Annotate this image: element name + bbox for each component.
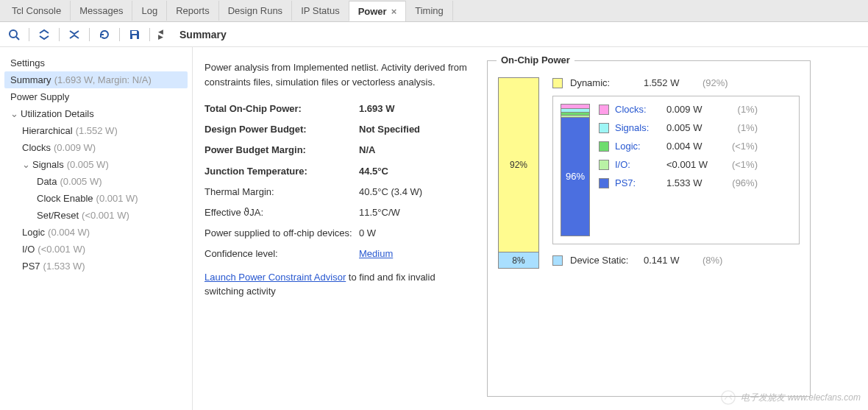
tree-item-i-o[interactable]: I/O (<0.001 W) [4,241,188,258]
collapse-all-icon[interactable] [35,25,54,44]
dynamic-breakdown-box: 96% Clocks:0.009 W(1%)Signals:0.005 W(1%… [552,96,800,244]
tree-item-signals[interactable]: ⌄Signals (0.005 W) [4,156,188,173]
bottom-tabstrip: Tcl ConsoleMessagesLogReportsDesign Runs… [0,0,868,22]
summary-row: Thermal Margin:40.5°C (3.4 W) [204,185,469,199]
tab-tcl-console[interactable]: Tcl Console [3,1,71,21]
legend-link[interactable]: Logic: [615,141,661,152]
summary-value: 44.5°C [359,165,388,178]
chart-title: On-Chip Power [497,54,574,66]
swatch-icon [599,141,609,152]
search-icon[interactable] [4,25,24,44]
summary-value: 0 W [359,227,376,240]
power-tree-sidebar: SettingsSummary (1.693 W, Margin: N/A)Po… [0,47,193,410]
bar-segment-static: 8% [499,252,538,268]
reload-icon[interactable] [95,25,114,44]
launch-advisor-link[interactable]: Launch Power Constraint Advisor [204,272,346,283]
tree-item-clocks[interactable]: Clocks (0.009 W) [4,139,188,156]
summary-row: Effective ϑJA:11.5°C/W [204,206,469,219]
summary-row: Power supplied to off-chip devices:0 W [204,227,469,240]
summary-row: Junction Temperature:44.5°C [204,165,469,178]
svg-rect-2 [132,31,137,34]
separator [119,28,120,41]
legend-row-io: I/O:<0.001 W(<1%) [599,159,791,170]
swatch-icon [599,160,609,170]
confidence-level-link[interactable]: Medium [359,247,393,261]
summary-value: N/A [359,144,375,157]
bar-segment-dynamic: 92% [499,78,538,252]
separator [89,28,90,41]
tree-item-set-reset[interactable]: Set/Reset (<0.001 W) [4,207,188,224]
legend-link[interactable]: PS7: [615,177,661,188]
summary-row: Total On-Chip Power:1.693 W [204,102,469,116]
legend-link[interactable]: Clocks: [615,104,661,115]
summary-row: Confidence level:Medium [204,247,469,261]
swatch-icon [599,105,609,115]
svg-point-5 [730,395,732,396]
tab-design-runs[interactable]: Design Runs [219,1,292,21]
tab-ip-status[interactable]: IP Status [292,1,349,21]
tree-item-ps7[interactable]: PS7 (1.533 W) [4,258,188,275]
summary-value: 40.5°C (3.4 W) [359,185,422,199]
tree-item-data[interactable]: Data (0.005 W) [4,173,188,190]
separator [59,28,60,41]
tab-power[interactable]: Power× [349,1,407,21]
swatch-static-icon [552,255,563,266]
svg-point-0 [10,30,17,38]
summary-value: Not Specified [359,123,420,136]
chevron-down-icon: ⌄ [22,159,29,170]
tree-item-logic[interactable]: Logic (0.004 W) [4,224,188,241]
summary-value: 1.693 W [359,102,394,116]
tree-item-power-supply[interactable]: Power Supply [4,88,188,105]
tree-item-hierarchical[interactable]: Hierarchical (1.552 W) [4,122,188,139]
legend-link[interactable]: I/O: [615,159,661,170]
tree-item-summary[interactable]: Summary (1.693 W, Margin: N/A) [4,71,188,88]
save-icon[interactable] [125,25,144,44]
tab-messages[interactable]: Messages [71,1,132,21]
on-chip-power-panel: On-Chip Power 92% 8% Dynamic: 1.552 W (9… [487,60,811,397]
power-summary-content: Power analysis from Implemented netlist.… [193,47,868,410]
tab-reports[interactable]: Reports [167,1,219,21]
tab-timing[interactable]: Timing [406,1,453,21]
tree-item-settings[interactable]: Settings [4,54,188,71]
expand-all-icon[interactable] [65,25,84,44]
separator [29,28,29,41]
separator [149,28,150,41]
breakdown-stacked-bar: 96% [561,104,590,236]
advisor-line: Launch Power Constraint Advisor to find … [204,270,469,299]
tree-item-utilization-details[interactable]: ⌄Utilization Details [4,105,188,122]
power-toolbar: ◀▶ Summary [0,22,868,47]
close-icon[interactable]: × [391,6,397,17]
legend-row-signals: Signals:0.005 W(1%) [599,122,791,133]
summary-row: Power Budget Margin:N/A [204,144,469,157]
summary-value: 11.5°C/W [359,206,400,219]
static-legend-row: Device Static: 0.141 W (8%) [552,255,800,266]
tab-log[interactable]: Log [132,1,167,21]
main-stacked-bar: 92% 8% [498,77,539,269]
watermark: 电子发烧友 www.elecfans.com [720,389,861,406]
bar-segment-ps7: 96% [561,118,589,236]
chevron-down-icon: ⌄ [10,108,18,119]
svg-line-1 [16,37,19,40]
tree-item-clock-enable[interactable]: Clock Enable (0.001 W) [4,190,188,207]
swatch-icon [599,123,609,133]
legend-link[interactable]: Signals: [615,122,661,133]
panel-collapse-handle[interactable]: ◀▶ [158,29,163,40]
summary-description: Power analysis from Implemented netlist.… [204,60,469,89]
summary-row: Design Power Budget:Not Specified [204,123,469,136]
swatch-dynamic-icon [552,78,563,88]
swatch-icon [599,178,609,188]
dynamic-legend-row: Dynamic: 1.552 W (92%) [552,77,800,88]
legend-row-clocks: Clocks:0.009 W(1%) [599,104,791,115]
legend-row-logic: Logic:0.004 W(<1%) [599,141,791,152]
svg-point-4 [722,391,735,404]
legend-row-ps7: PS7:1.533 W(96%) [599,177,791,188]
svg-rect-3 [132,35,137,39]
panel-title: Summary [179,29,227,40]
